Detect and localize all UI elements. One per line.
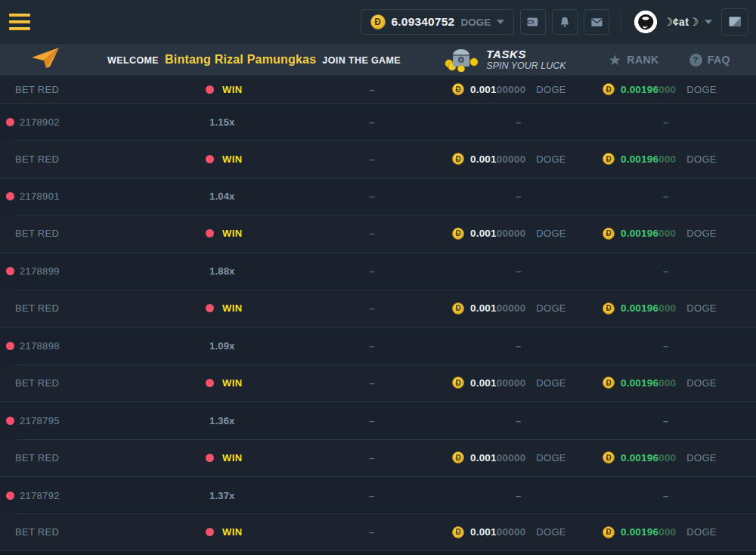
tasks-subtitle: SPIN YOUR LUCK [486, 60, 565, 71]
divider [620, 11, 621, 33]
bet-label: BET RED [15, 377, 59, 389]
empty-value: – [516, 191, 521, 202]
bet-history-table: BET RED WIN – Đ 0.00100000 DOGE Đ 0.0019… [0, 76, 756, 550]
bet-label: BET RED [15, 84, 59, 95]
win-dot [206, 304, 214, 312]
game-id: 2178898 [20, 340, 60, 352]
user-menu[interactable]: ☽¢at☽ [631, 11, 715, 33]
wallet-button[interactable] [520, 9, 546, 35]
bet-currency: DOGE [536, 452, 565, 464]
table-row-game[interactable]: 2178792 1.37x – – – [0, 476, 756, 513]
hamburger-menu-button[interactable] [9, 14, 30, 30]
empty-value: – [369, 153, 374, 165]
tasks-link[interactable]: TASKS SPIN YOUR LUCK [444, 45, 565, 75]
table-row-bet: BET RED WIN – Đ 0.00100000 DOGE Đ 0.0019… [0, 364, 756, 402]
game-id: 2178899 [20, 265, 60, 277]
bet-amount: 0.00100000 [470, 153, 525, 165]
hamburger-icon [9, 14, 30, 17]
result-badge: WIN [222, 377, 242, 389]
bet-currency: DOGE [536, 302, 565, 314]
faq-label: FAQ [708, 54, 730, 66]
top-bar-actions: Đ 6.09340752 DOGE [361, 8, 749, 36]
empty-value: – [369, 340, 374, 352]
bet-label: BET RED [15, 452, 59, 464]
bet-currency: DOGE [536, 153, 565, 165]
bet-color-dot [6, 267, 14, 275]
chevron-down-icon [497, 20, 504, 24]
balance-selector[interactable]: Đ 6.09340752 DOGE [361, 9, 515, 35]
bet-currency: DOGE [536, 526, 565, 538]
messages-button[interactable] [584, 9, 609, 35]
app-root: Đ 6.09340752 DOGE [0, 0, 756, 555]
doge-coin-icon: Đ [603, 377, 615, 389]
doge-coin-icon: Đ [452, 377, 464, 389]
table-row-game[interactable]: 2178898 1.09x – – – [0, 327, 756, 364]
chat-button[interactable] [721, 8, 748, 36]
profit-amount: 0.00196000 [621, 377, 676, 389]
doge-coin-icon: Đ [603, 526, 615, 538]
profit-currency: DOGE [686, 302, 716, 314]
table-row-bet: BET RED WIN – Đ 0.00100000 DOGE Đ 0.0019… [0, 76, 756, 103]
table-row-bet: BET RED WIN – Đ 0.00100000 DOGE Đ 0.0019… [0, 215, 756, 252]
footer-strip [0, 550, 756, 555]
welcome-suffix: JOIN THE GAME [322, 55, 401, 66]
welcome-prefix: WELCOME [107, 55, 159, 66]
rank-label: RANK [627, 54, 658, 66]
avatar [634, 11, 657, 33]
empty-value: – [369, 84, 374, 95]
profit-amount: 0.00196000 [621, 228, 676, 239]
profit-amount: 0.00196000 [621, 302, 676, 314]
profit-amount: 0.00196000 [621, 526, 676, 538]
table-row-game[interactable]: 2178899 1.88x – – – [0, 253, 756, 290]
empty-value: – [516, 415, 521, 426]
win-dot [206, 155, 214, 163]
win-dot [206, 454, 214, 462]
bet-label: BET RED [15, 302, 59, 314]
empty-value: – [663, 415, 668, 426]
result-badge: WIN [222, 84, 242, 95]
profit-currency: DOGE [686, 153, 716, 165]
table-row-game[interactable]: 2178902 1.15x – – – [0, 103, 756, 140]
username: ☽¢at☽ [663, 16, 699, 28]
multiplier: 1.15x [209, 116, 235, 128]
doge-coin-icon: Đ [452, 302, 464, 315]
doge-coin-icon: Đ [603, 228, 615, 240]
empty-value: – [369, 228, 374, 239]
rank-link[interactable]: ★ RANK [609, 53, 659, 67]
win-dot [206, 85, 214, 94]
empty-value: – [663, 191, 668, 202]
doge-coin-icon: Đ [452, 451, 464, 464]
notifications-button[interactable] [552, 9, 578, 35]
banner-links: TASKS SPIN YOUR LUCK ★ RANK ? FAQ [444, 45, 730, 75]
bet-color-dot [6, 118, 14, 126]
win-dot [206, 528, 214, 536]
doge-coin-icon: Đ [452, 228, 464, 240]
table-row-game[interactable]: 2178795 1.36x – – – [0, 402, 756, 439]
question-icon: ? [689, 54, 702, 67]
faq-link[interactable]: ? FAQ [689, 54, 730, 67]
bet-label: BET RED [15, 153, 59, 165]
bet-amount: 0.00100000 [470, 302, 525, 314]
bet-color-dot [6, 491, 14, 500]
bet-amount: 0.00100000 [470, 452, 525, 464]
result-badge: WIN [222, 153, 242, 165]
result-badge: WIN [222, 452, 242, 464]
table-row-game[interactable]: 2178901 1.04x – – – [0, 178, 756, 215]
top-bar: Đ 6.09340752 DOGE [0, 0, 756, 44]
bet-amount: 0.00100000 [470, 228, 525, 239]
profit-amount: 0.00196000 [621, 84, 676, 95]
bell-icon [558, 15, 572, 29]
empty-value: – [516, 265, 521, 277]
megaphone-icon [29, 46, 62, 73]
empty-value: – [516, 340, 521, 352]
bet-color-dot [6, 417, 14, 425]
multiplier: 1.88x [209, 265, 235, 277]
table-row-bet: BET RED WIN – Đ 0.00100000 DOGE Đ 0.0019… [0, 290, 756, 327]
multiplier: 1.04x [209, 191, 235, 202]
empty-value: – [663, 265, 668, 277]
chat-icon [727, 14, 742, 29]
doge-coin-icon: Đ [370, 14, 386, 29]
empty-value: – [663, 116, 668, 128]
welcome-username: Bintang Rizal Pamungkas [165, 53, 316, 67]
game-id: 2178902 [20, 116, 60, 128]
